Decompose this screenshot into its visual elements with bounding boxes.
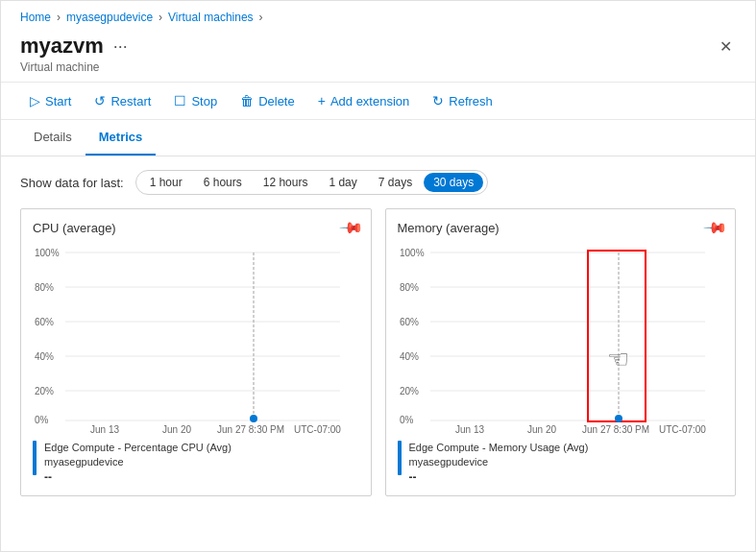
- cpu-legend-bar: [33, 441, 37, 475]
- breadcrumb-home[interactable]: Home: [20, 11, 51, 24]
- memory-chart-title: Memory (average): [398, 221, 724, 235]
- svg-text:20%: 20%: [400, 386, 419, 396]
- memory-legend-subtitle: myasegpudevice: [409, 455, 589, 469]
- cpu-chart-legend: Edge Compute - Percentage CPU (Avg) myas…: [33, 441, 359, 484]
- close-button[interactable]: ✕: [716, 34, 736, 60]
- delete-label: Delete: [258, 94, 295, 108]
- filter-6hours[interactable]: 6 hours: [194, 173, 252, 192]
- header-left: myazvm ··· Virtual machine: [20, 34, 128, 74]
- stop-icon: ☐: [174, 93, 186, 108]
- show-data-row: Show data for last: 1 hour 6 hours 12 ho…: [20, 170, 736, 195]
- svg-text:100%: 100%: [35, 248, 60, 258]
- memory-chart-legend: Edge Compute - Memory Usage (Avg) myaseg…: [398, 441, 724, 484]
- filter-1hour[interactable]: 1 hour: [140, 173, 192, 192]
- add-extension-button[interactable]: + Add extension: [308, 88, 420, 113]
- filter-12hours[interactable]: 12 hours: [254, 173, 318, 192]
- svg-text:0%: 0%: [35, 415, 49, 425]
- tab-metrics[interactable]: Metrics: [85, 120, 157, 156]
- cpu-chart-area: 100% 80% 60% 40% 20% 0%: [33, 243, 359, 435]
- svg-text:Jun 20: Jun 20: [162, 424, 191, 435]
- start-label: Start: [45, 94, 71, 108]
- memory-legend-bar: [398, 441, 402, 475]
- breadcrumb: Home › myasegpudevice › Virtual machines…: [1, 1, 755, 30]
- filter-7days[interactable]: 7 days: [369, 173, 422, 192]
- time-filter-group: 1 hour 6 hours 12 hours 1 day 7 days 30 …: [135, 170, 489, 195]
- start-icon: ▷: [30, 93, 40, 108]
- svg-text:20%: 20%: [35, 386, 54, 396]
- svg-text:40%: 40%: [35, 351, 54, 362]
- svg-text:40%: 40%: [400, 351, 419, 362]
- svg-text:60%: 60%: [35, 317, 54, 327]
- restart-icon: ↺: [94, 93, 106, 108]
- svg-text:Jun 20: Jun 20: [527, 424, 556, 435]
- stop-button[interactable]: ☐ Stop: [164, 88, 227, 113]
- tabs-bar: Details Metrics: [1, 120, 755, 156]
- breadcrumb-sep-2: ›: [159, 11, 162, 24]
- svg-point-32: [615, 415, 622, 422]
- delete-button[interactable]: 🗑 Delete: [231, 88, 305, 113]
- svg-text:0%: 0%: [400, 415, 414, 425]
- restart-button[interactable]: ↺ Restart: [85, 88, 160, 113]
- svg-text:60%: 60%: [400, 317, 419, 327]
- svg-text:100%: 100%: [400, 248, 425, 258]
- svg-text:80%: 80%: [35, 282, 54, 293]
- refresh-label: Refresh: [449, 94, 493, 108]
- page-header: myazvm ··· Virtual machine ✕: [1, 30, 755, 82]
- cpu-chart-card: CPU (average) 📌 100% 80% 60% 40% 20% 0%: [20, 208, 372, 496]
- add-extension-label: Add extension: [330, 94, 409, 108]
- toolbar: ▷ Start ↺ Restart ☐ Stop 🗑 Delete + Add …: [1, 82, 755, 120]
- more-options-icon[interactable]: ···: [113, 36, 128, 57]
- page-subtitle: Virtual machine: [20, 60, 128, 74]
- start-button[interactable]: ▷ Start: [20, 88, 81, 113]
- svg-text:80%: 80%: [400, 282, 419, 293]
- page-title: myazvm: [20, 34, 104, 59]
- svg-text:Jun 13: Jun 13: [90, 424, 119, 435]
- add-icon: +: [318, 93, 326, 108]
- svg-text:Jun 13: Jun 13: [455, 424, 484, 435]
- memory-legend-value: --: [409, 470, 589, 484]
- delete-icon: 🗑: [240, 93, 254, 108]
- main-content: Show data for last: 1 hour 6 hours 12 ho…: [1, 156, 755, 551]
- restart-label: Restart: [110, 94, 151, 108]
- refresh-icon: ↻: [432, 93, 444, 108]
- cpu-legend-subtitle: myasegpudevice: [44, 455, 232, 469]
- svg-text:UTC-07:00: UTC-07:00: [294, 424, 341, 435]
- tab-details[interactable]: Details: [20, 120, 85, 156]
- refresh-button[interactable]: ↻ Refresh: [423, 88, 502, 113]
- svg-text:Jun 27 8:30 PM: Jun 27 8:30 PM: [217, 424, 284, 435]
- breadcrumb-device[interactable]: myasegpudevice: [66, 11, 153, 24]
- svg-text:☜: ☜: [607, 345, 629, 373]
- cpu-chart-title: CPU (average): [33, 221, 359, 235]
- breadcrumb-sep-3: ›: [259, 11, 263, 24]
- title-row: myazvm ···: [20, 34, 128, 59]
- memory-chart-area: 100% 80% 60% 40% 20% 0%: [398, 243, 724, 435]
- memory-legend-title: Edge Compute - Memory Usage (Avg): [409, 441, 589, 455]
- cpu-legend-text: Edge Compute - Percentage CPU (Avg) myas…: [44, 441, 232, 484]
- filter-30days[interactable]: 30 days: [424, 173, 483, 192]
- charts-area: CPU (average) 📌 100% 80% 60% 40% 20% 0%: [20, 208, 736, 496]
- svg-text:UTC-07:00: UTC-07:00: [659, 424, 706, 435]
- svg-point-13: [250, 415, 257, 422]
- memory-chart-svg: 100% 80% 60% 40% 20% 0%: [398, 243, 724, 435]
- cpu-chart-svg: 100% 80% 60% 40% 20% 0%: [33, 243, 359, 435]
- filter-1day[interactable]: 1 day: [319, 173, 366, 192]
- breadcrumb-sep-1: ›: [57, 11, 61, 24]
- show-data-label: Show data for last:: [20, 176, 124, 190]
- cpu-legend-title: Edge Compute - Percentage CPU (Avg): [44, 441, 232, 455]
- svg-rect-30: [588, 251, 646, 421]
- memory-legend-text: Edge Compute - Memory Usage (Avg) myaseg…: [409, 441, 589, 484]
- cpu-legend-value: --: [44, 470, 232, 484]
- cpu-pin-icon[interactable]: 📌: [338, 215, 365, 242]
- svg-text:Jun 27 8:30 PM: Jun 27 8:30 PM: [582, 424, 649, 435]
- breadcrumb-vms[interactable]: Virtual machines: [168, 11, 254, 24]
- memory-chart-card: Memory (average) 📌 100% 80% 60% 40% 20% …: [385, 208, 737, 496]
- memory-pin-icon[interactable]: 📌: [702, 215, 729, 242]
- main-container: Home › myasegpudevice › Virtual machines…: [0, 0, 756, 552]
- stop-label: Stop: [191, 94, 217, 108]
